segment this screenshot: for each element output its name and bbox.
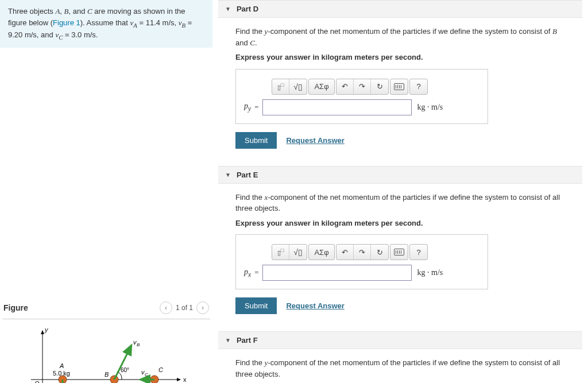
part-d-answer-box: ▯□ √▯ ΑΣφ ↶ ↷ ↻ ? py =	[235, 69, 488, 124]
undo-icon[interactable]: ↶	[336, 79, 354, 94]
part-e-input[interactable]	[262, 265, 412, 281]
keyboard-icon[interactable]	[390, 245, 408, 260]
svg-text:x: x	[183, 376, 187, 383]
part-d: ▼ Part D Find the y-component of the net…	[218, 0, 582, 159]
part-e: ▼ Part E Find the x-component of the net…	[218, 166, 582, 325]
figure-title: Figure	[3, 303, 28, 312]
caret-icon: ▼	[225, 337, 231, 343]
template-icon[interactable]: ▯□	[272, 245, 289, 260]
part-title: Part E	[237, 171, 258, 179]
svg-text:C: C	[158, 366, 163, 373]
problem-statement: Three objects A, B, and C are moving as …	[0, 0, 212, 48]
keyboard-icon[interactable]	[390, 79, 408, 94]
redo-icon[interactable]: ↷	[354, 79, 371, 94]
part-e-instruction: Find the x-component of the net momentum…	[235, 192, 571, 214]
help-button[interactable]: ?	[410, 79, 427, 94]
part-e-header[interactable]: ▼ Part E	[218, 166, 582, 184]
svg-text:B: B	[105, 371, 109, 378]
svg-text:y: y	[44, 326, 49, 333]
sqrt-icon[interactable]: √▯	[289, 79, 307, 94]
request-answer-link[interactable]: Request Answer	[286, 301, 344, 310]
part-d-header[interactable]: ▼ Part D	[218, 0, 582, 18]
caret-icon: ▼	[225, 6, 231, 12]
svg-text:A: A	[59, 362, 64, 369]
help-button[interactable]: ?	[410, 245, 427, 260]
redo-icon[interactable]: ↷	[354, 245, 371, 260]
svg-text:C: C	[145, 372, 148, 377]
svg-text:5.0 kg: 5.0 kg	[53, 370, 70, 377]
part-d-express: Express your answer in kilogram meters p…	[235, 52, 571, 63]
submit-button[interactable]: Submit	[235, 297, 277, 314]
svg-text:O: O	[34, 380, 40, 383]
undo-icon[interactable]: ↶	[336, 245, 354, 260]
part-d-input[interactable]	[262, 99, 412, 115]
part-f-header[interactable]: ▼ Part F	[218, 331, 582, 349]
part-e-answer-box: ▯□ √▯ ΑΣφ ↶ ↷ ↻ ? px =	[235, 234, 488, 289]
greek-button[interactable]: ΑΣφ	[309, 79, 334, 94]
sqrt-icon[interactable]: √▯	[289, 245, 307, 260]
caret-icon: ▼	[225, 172, 231, 178]
figure-link[interactable]: Figure 1	[53, 18, 80, 27]
part-f: ▼ Part F Find the y-component of the net…	[218, 331, 582, 383]
unit-label: kg · m/s	[417, 103, 443, 112]
request-answer-link[interactable]: Request Answer	[286, 136, 344, 145]
svg-text:B: B	[137, 342, 140, 347]
figure-next-button[interactable]: ›	[196, 301, 209, 314]
part-e-express: Express your answer in kilogram meters p…	[235, 218, 571, 229]
figure-counter: 1 of 1	[176, 304, 193, 312]
svg-text:60°: 60°	[121, 367, 129, 373]
template-icon[interactable]: ▯□	[272, 79, 289, 94]
part-title: Part F	[237, 336, 258, 345]
part-title: Part D	[237, 5, 258, 13]
unit-label: kg · m/s	[417, 268, 443, 277]
reset-icon[interactable]: ↻	[371, 79, 388, 94]
svg-line-12	[114, 345, 131, 380]
figure-diagram: x y O A 5.0 kg v A B 6.0 kg v B	[20, 325, 192, 383]
reset-icon[interactable]: ↻	[371, 245, 388, 260]
part-d-instruction: Find the y-component of the net momentum…	[235, 26, 571, 48]
submit-button[interactable]: Submit	[235, 132, 277, 149]
greek-button[interactable]: ΑΣφ	[309, 245, 334, 260]
figure-prev-button[interactable]: ‹	[160, 301, 172, 314]
part-f-instruction: Find the y-component of the net momentum…	[235, 357, 571, 380]
